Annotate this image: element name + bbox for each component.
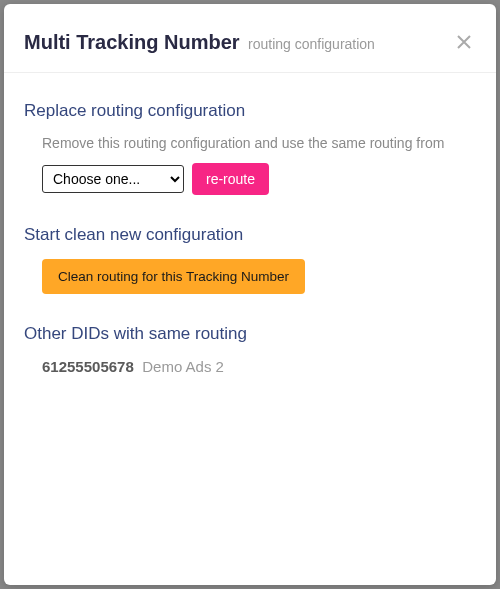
other-dids-heading: Other DIDs with same routing — [24, 324, 476, 344]
routing-source-select[interactable]: Choose one... — [42, 165, 184, 193]
close-button[interactable] — [452, 30, 476, 54]
close-icon — [456, 34, 472, 50]
section-replace: Replace routing configuration Remove thi… — [24, 101, 476, 195]
did-item: 61255505678 Demo Ads 2 — [42, 358, 476, 376]
replace-description: Remove this routing configuration and us… — [42, 135, 476, 151]
section-other-dids: Other DIDs with same routing 61255505678… — [24, 324, 476, 376]
routing-config-modal: Multi Tracking Number routing configurat… — [4, 4, 496, 585]
modal-header: Multi Tracking Number routing configurat… — [4, 4, 496, 73]
modal-title: Multi Tracking Number — [24, 31, 240, 53]
did-label: Demo Ads 2 — [142, 358, 224, 375]
did-number: 61255505678 — [42, 358, 134, 375]
modal-subtitle: routing configuration — [248, 36, 375, 52]
clean-routing-button[interactable]: Clean routing for this Tracking Number — [42, 259, 305, 294]
clean-heading: Start clean new configuration — [24, 225, 476, 245]
modal-title-group: Multi Tracking Number routing configurat… — [24, 31, 375, 54]
replace-heading: Replace routing configuration — [24, 101, 476, 121]
reroute-button[interactable]: re-route — [192, 163, 269, 195]
modal-body: Replace routing configuration Remove thi… — [4, 73, 496, 585]
section-clean: Start clean new configuration Clean rout… — [24, 225, 476, 294]
